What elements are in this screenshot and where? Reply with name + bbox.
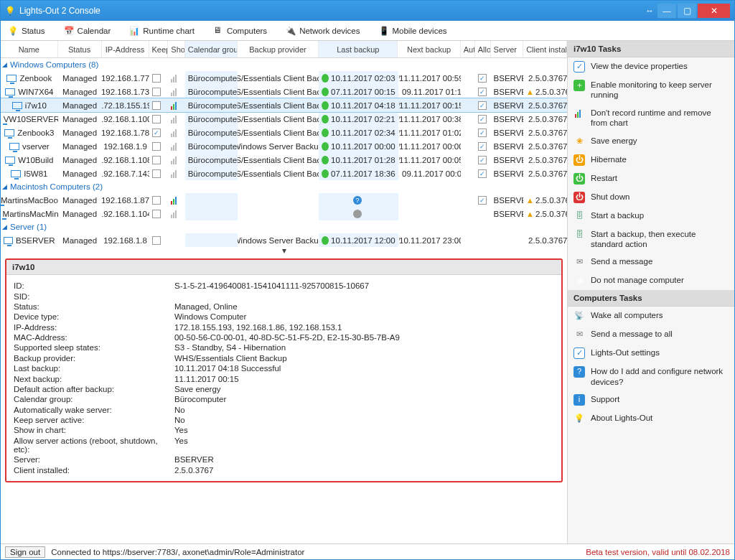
cell-next-backup: 11.11.2017 00:38 [398, 112, 461, 126]
check-icon [322, 88, 329, 96]
task-do-not-manage-computer[interactable]: 🖥Do not manage computer [568, 271, 734, 290]
detail-value: Yes [174, 426, 554, 434]
col-backup-provider[interactable]: Backup provider [238, 41, 319, 57]
toolbar-network-devices[interactable]: 🔌Network devices [283, 24, 362, 37]
cell-keep[interactable] [149, 167, 169, 180]
cell-next-backup [398, 193, 461, 207]
warning-icon: ▲ [526, 88, 534, 96]
cell-aut [461, 167, 475, 180]
detail-value: Save energy [174, 385, 554, 393]
splitter-handle[interactable]: ▾ [1, 247, 567, 254]
task-shut-down[interactable]: ⏻Shut down [568, 188, 734, 207]
table-row[interactable]: I5W81Managed192.168.7.143BürocomputerWHS… [1, 167, 567, 180]
col-keep[interactable]: Keep [149, 41, 169, 57]
cell-allo[interactable] [475, 193, 491, 207]
task-wake-all-computers[interactable]: 📡Wake all computers [568, 307, 734, 325]
col-last-backup[interactable]: Last backup [319, 41, 398, 57]
table-row[interactable]: i7w10Managed172.18.155.19BürocomputerWHS… [1, 98, 567, 112]
cell-last-backup: 10.11.2017 00:00 [319, 139, 398, 153]
task-hibernate[interactable]: ⏻Hibernate [568, 151, 734, 169]
cell-keep[interactable] [149, 98, 169, 112]
cell-allo[interactable] [475, 167, 491, 180]
col-next-backup[interactable]: Next backup [398, 41, 460, 57]
task-enable-monitoring-to-keep-server-running[interactable]: ＋Enable monitoring to keep server runnin… [568, 76, 734, 104]
check-icon [322, 169, 329, 178]
cell-client: 2.5.0.3767 [523, 126, 567, 139]
col-server[interactable]: Server [491, 41, 524, 57]
cell-calendar-group: Bürocomputer [185, 85, 238, 98]
col-status[interactable]: Status [58, 41, 102, 57]
cell-name: BSERVER [16, 236, 55, 245]
cell-calendar-group: Bürocomputer [185, 98, 238, 112]
col-aut[interactable]: Aut [461, 41, 475, 57]
detail-row: ID:S-1-5-21-419640081-1541041111-9257008… [14, 281, 554, 291]
task-send-a-message-to-all[interactable]: ✉Send a message to all [568, 325, 734, 344]
task-view-the-device-properties[interactable]: ✓View the device properties [568, 57, 734, 76]
grid-body[interactable]: ◢Windows Computers (8)ZenbookManaged192.… [1, 58, 567, 247]
table-row[interactable]: W10BuildManaged192.168.1.108Bürocomputer… [1, 153, 567, 167]
power-icon: ⏻ [574, 154, 585, 166]
table-row[interactable]: VW10SERVERManaged192.168.1.100Bürocomput… [1, 112, 567, 126]
cell-allo[interactable] [475, 112, 491, 126]
group-row[interactable]: ◢Windows Computers (8) [1, 58, 567, 71]
cell-allo[interactable] [475, 153, 491, 167]
group-row[interactable]: ◢Server (1) [1, 220, 567, 233]
cell-keep[interactable] [149, 233, 169, 247]
cell-keep[interactable] [149, 139, 169, 153]
cell-keep[interactable] [149, 207, 169, 220]
sys-icon[interactable]: ↔ [643, 4, 656, 18]
col-allo[interactable]: Allo [475, 41, 491, 57]
maximize-button[interactable]: ▢ [678, 4, 696, 18]
group-row[interactable]: ◢Macintosh Computers (2) [1, 180, 567, 193]
toolbar-runtime-chart[interactable]: 📊Runtime chart [126, 24, 197, 37]
toolbar-status[interactable]: 💡Status [5, 24, 48, 37]
detail-row: Calendar group:Bürocomputer [14, 394, 554, 404]
cell-allo[interactable] [475, 233, 491, 247]
table-row[interactable]: MartinsMacMiniManaged192.168.1.104BSERVE… [1, 207, 567, 220]
col-ip[interactable]: IP-Address [102, 41, 149, 57]
toolbar-computers[interactable]: 🖥Computers [210, 24, 270, 37]
cell-next-backup: ▲09.11.2017 01:11 [398, 85, 461, 98]
task-restart[interactable]: ⏻Restart [568, 169, 734, 188]
cell-keep[interactable] [149, 71, 169, 85]
table-row[interactable]: ZenbookManaged192.168.1.77BürocomputerWH… [1, 71, 567, 85]
cell-allo[interactable] [475, 139, 491, 153]
cell-allo[interactable] [475, 126, 491, 139]
task-about-lights-out[interactable]: 💡About Lights-Out [568, 409, 734, 428]
task-start-a-backup[interactable]: 🗄Start a backup [568, 207, 734, 225]
minimize-button[interactable]: — [657, 4, 676, 18]
detail-key: Next backup: [14, 375, 174, 383]
cell-keep[interactable] [149, 126, 169, 139]
close-button[interactable]: ✕ [698, 4, 730, 18]
cell-allo[interactable] [475, 207, 491, 220]
cell-allo[interactable] [475, 85, 491, 98]
task-start-a-backup-then-execute-standard-act[interactable]: 🗄Start a backup, then execute standard a… [568, 225, 734, 253]
task-send-a-message[interactable]: ✉Send a message [568, 253, 734, 271]
toolbar-mobile-devices[interactable]: 📱Mobile devices [376, 24, 450, 37]
table-row[interactable]: WIN7X64Managed192.168.1.73BürocomputerWH… [1, 85, 567, 98]
col-name[interactable]: Name [1, 41, 58, 57]
cell-keep[interactable] [149, 112, 169, 126]
task-how-do-i-add-and-configure-network-devic[interactable]: ?How do I add and configure network devi… [568, 363, 734, 391]
table-row[interactable]: MartinsMacBookManaged192.168.1.87?BSERVE… [1, 193, 567, 207]
table-row[interactable]: Zenbook3Managed192.168.1.78BürocomputerW… [1, 126, 567, 139]
task-support[interactable]: iSupport [568, 391, 734, 409]
table-row[interactable]: vserverManaged192.168.1.9BürocomputerWin… [1, 139, 567, 153]
detail-value: 00-50-56-C0-00-01, 40-8D-5C-51-F5-2D, E2… [174, 333, 554, 342]
col-client-installed[interactable]: Client installe [523, 41, 567, 57]
cell-status: Managed [58, 207, 102, 220]
cell-sho [168, 207, 184, 220]
cell-allo[interactable] [475, 71, 491, 85]
task-lights-out-settings[interactable]: ✓Lights-Out settings [568, 344, 734, 363]
cell-allo[interactable] [475, 98, 491, 112]
sign-out-button[interactable]: Sign out [5, 546, 45, 558]
bars-icon [171, 74, 179, 83]
col-sho[interactable]: Sho [168, 41, 184, 57]
cell-keep[interactable] [149, 153, 169, 167]
col-calendar-group[interactable]: Calendar group [185, 41, 238, 57]
cell-keep[interactable] [149, 85, 169, 98]
cell-keep[interactable] [149, 193, 169, 207]
task-save-energy[interactable]: ❀Save energy [568, 132, 734, 151]
toolbar-calendar[interactable]: 📅Calendar [61, 24, 114, 37]
task-don-t-record-runtime-and-remove-from-cha[interactable]: Don't record runtime and remove from cha… [568, 104, 734, 132]
